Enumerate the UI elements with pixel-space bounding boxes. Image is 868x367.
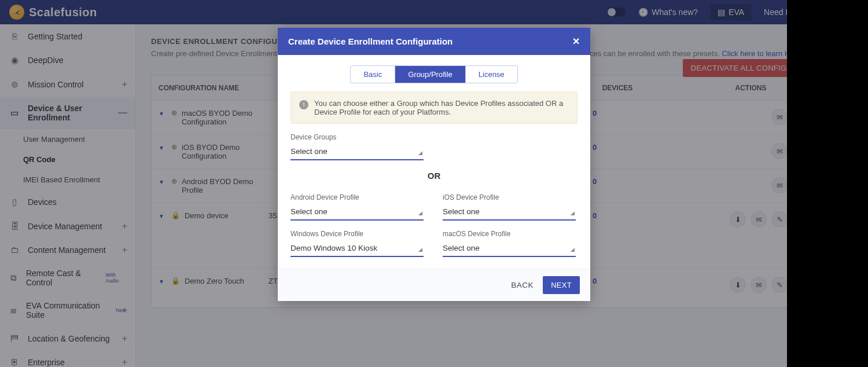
modal-title: Create Device Enrollment Configuration xyxy=(288,36,453,46)
tab-license[interactable]: License xyxy=(466,66,517,83)
info-text: You can choose either a Group which has … xyxy=(314,99,569,116)
select-value: Select one xyxy=(290,207,328,216)
android-profile-select[interactable]: Select one xyxy=(290,204,424,221)
ios-profile-label: iOS Device Profile xyxy=(443,193,578,201)
select-value: Select one xyxy=(443,207,480,216)
select-value: Select one xyxy=(443,244,480,252)
close-icon[interactable]: ✕ xyxy=(572,36,580,47)
info-banner: ! You can choose either a Group which ha… xyxy=(290,91,578,124)
select-value: Demo Windows 10 Kiosk xyxy=(290,244,377,252)
ios-profile-select[interactable]: Select one xyxy=(443,204,576,221)
windows-profile-label: Windows Device Profile xyxy=(290,230,425,238)
windows-profile-select[interactable]: Demo Windows 10 Kiosk xyxy=(290,240,424,257)
or-separator: OR xyxy=(290,171,578,181)
create-config-modal: Create Device Enrollment Configuration ✕… xyxy=(278,28,590,301)
modal-footer: BACK NEXT xyxy=(278,269,590,301)
tab-basic[interactable]: Basic xyxy=(351,66,395,83)
modal-header: Create Device Enrollment Configuration ✕ xyxy=(278,28,590,55)
device-groups-label: Device Groups xyxy=(290,133,578,141)
select-value: Select one xyxy=(290,147,328,156)
android-profile-label: Android Device Profile xyxy=(290,193,425,201)
modal-tabs: Basic Group/Profile License xyxy=(350,65,517,83)
tab-group-profile[interactable]: Group/Profile xyxy=(395,66,466,83)
device-groups-select[interactable]: Select one xyxy=(290,144,424,160)
next-button[interactable]: NEXT xyxy=(543,276,580,294)
back-button[interactable]: BACK xyxy=(511,281,534,289)
macos-profile-label: macOS Device Profile xyxy=(443,230,578,238)
info-icon: ! xyxy=(299,100,308,109)
black-sidebar xyxy=(787,0,868,367)
macos-profile-select[interactable]: Select one xyxy=(443,240,576,257)
